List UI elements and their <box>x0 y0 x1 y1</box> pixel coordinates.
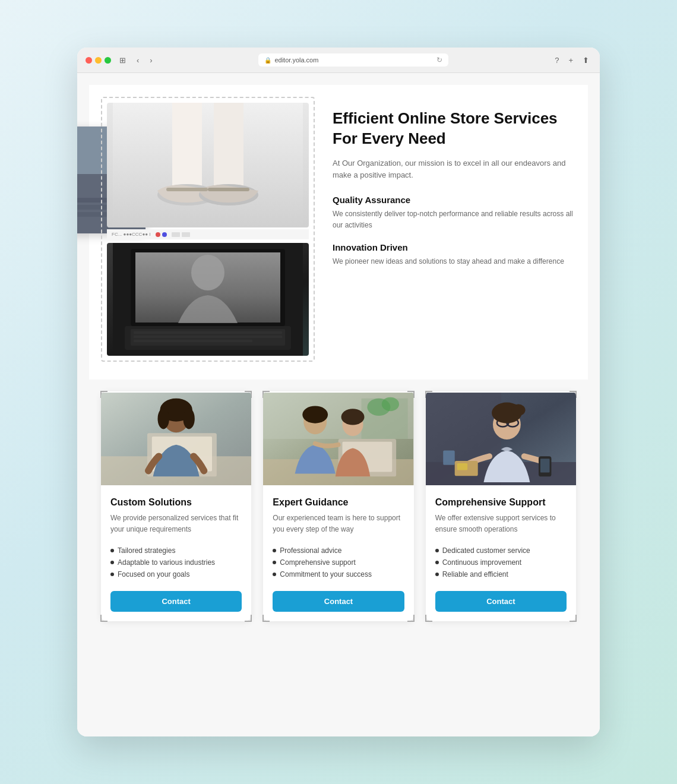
maximize-button[interactable] <box>105 57 111 64</box>
bracket-br-3 <box>570 615 577 622</box>
svg-rect-18 <box>134 340 252 342</box>
address-bar[interactable]: 🔒 editor.yola.com ↻ <box>258 53 448 67</box>
card-comprehensive: Comprehensive Support We offer extensive… <box>426 391 576 621</box>
list-item: Tailored strategies <box>110 545 242 557</box>
svg-point-43 <box>341 409 365 425</box>
card-custom-list: Tailored strategies Adaptable to various… <box>110 545 242 580</box>
list-item: Focused on your goals <box>110 568 242 580</box>
hero-subtitle: At Our Organization, our mission is to e… <box>333 157 576 182</box>
bracket-bl-3 <box>425 615 432 622</box>
card-comprehensive-image <box>426 391 576 486</box>
svg-rect-55 <box>540 459 550 472</box>
hero-images: FC... ●●●CCC●● I <box>101 97 315 362</box>
bullet <box>435 549 439 552</box>
dashed-image-border: FC... ●●●CCC●● I <box>101 97 315 362</box>
feature-quality-desc: We consistently deliver top-notch perfor… <box>333 208 576 231</box>
bracket-br-2 <box>407 615 415 622</box>
card-expert-list: Professional advice Comprehensive suppor… <box>273 545 404 580</box>
list-item: Adaptable to various industries <box>110 557 242 568</box>
svg-point-41 <box>303 406 328 423</box>
card-custom-title: Custom Solutions <box>110 497 242 508</box>
list-item: Dedicated customer service <box>435 545 567 557</box>
card-custom: Custom Solutions We provide personalized… <box>101 391 251 621</box>
help-button[interactable]: ? <box>552 55 561 66</box>
bracket-bl-1 <box>100 615 107 622</box>
laptop-svg <box>107 243 309 356</box>
list-item: Professional advice <box>273 545 404 557</box>
bullet <box>273 549 276 552</box>
card-expert-contact-button[interactable]: Contact <box>273 591 404 612</box>
shoe-image <box>107 103 309 227</box>
svg-rect-6 <box>113 103 303 227</box>
card-comprehensive-desc: We offer extensive support services to e… <box>435 513 567 535</box>
svg-rect-7 <box>172 103 202 186</box>
card-expert-desc: Our experienced team is here to support … <box>273 513 404 535</box>
page-content: FC... ●●●CCC●● I <box>77 73 600 736</box>
svg-rect-57 <box>457 463 467 470</box>
svg-point-31 <box>183 408 194 429</box>
feature-quality-title: Quality Assurance <box>333 195 576 205</box>
new-tab-button[interactable]: + <box>566 55 575 66</box>
bullet <box>110 549 114 552</box>
svg-point-36 <box>382 397 399 411</box>
close-button[interactable] <box>86 57 92 64</box>
feature-innovation-title: Innovation Driven <box>333 242 576 252</box>
svg-rect-47 <box>443 450 454 464</box>
svg-rect-11 <box>166 188 208 191</box>
svg-point-30 <box>157 408 169 429</box>
reload-icon[interactable]: ↻ <box>436 56 442 64</box>
bullet <box>435 573 439 576</box>
svg-rect-16 <box>134 331 282 334</box>
card2-svg <box>263 391 413 486</box>
list-item: Continuous improvement <box>435 557 567 568</box>
color-dot-blue <box>162 232 167 237</box>
browser-window: ⊞ ‹ › 🔒 editor.yola.com ↻ ? + ⬆ <box>77 48 600 736</box>
bullet <box>110 573 114 576</box>
card-custom-image <box>101 391 251 486</box>
list-item: Reliable and efficient <box>435 568 567 580</box>
card-comprehensive-list: Dedicated customer service Continuous im… <box>435 545 567 580</box>
card-comprehensive-contact-button[interactable]: Contact <box>435 591 567 612</box>
toolbar-text: FC... ●●●CCC●● I <box>112 232 151 237</box>
svg-point-53 <box>511 404 525 416</box>
card-comprehensive-title: Comprehensive Support <box>435 497 567 508</box>
bullet <box>435 561 439 564</box>
svg-point-22 <box>191 255 224 290</box>
mini-toolbar: FC... ●●●CCC●● I <box>107 229 309 239</box>
card-custom-body: Custom Solutions We provide personalized… <box>101 486 251 621</box>
minimize-button[interactable] <box>95 57 102 64</box>
bottom-spacer <box>89 639 588 663</box>
card1-svg <box>101 391 251 486</box>
card-expert: Expert Guidance Our experienced team is … <box>263 391 413 621</box>
url-text: editor.yola.com <box>274 56 318 64</box>
share-button[interactable]: ⬆ <box>580 55 591 66</box>
toolbar-widget <box>172 232 180 237</box>
toolbar-widget-2 <box>182 232 190 237</box>
forward-button[interactable]: › <box>147 55 154 66</box>
feature-innovation: Innovation Driven We pioneer new ideas a… <box>333 242 576 267</box>
bracket-bl-2 <box>262 615 270 622</box>
bullet <box>110 561 114 564</box>
laptop-image <box>107 243 309 356</box>
bullet <box>273 561 276 564</box>
card-custom-desc: We provide personalized services that fi… <box>110 513 242 535</box>
cards-grid: Custom Solutions We provide personalized… <box>101 391 576 621</box>
feature-quality: Quality Assurance We consistently delive… <box>333 195 576 231</box>
browser-actions: ? + ⬆ <box>552 55 591 66</box>
list-item: Comprehensive support <box>273 557 404 568</box>
shoe-svg <box>107 103 309 227</box>
card-expert-image <box>263 391 413 486</box>
bracket-br-1 <box>245 615 252 622</box>
lock-icon: 🔒 <box>264 57 271 64</box>
hero-section: FC... ●●●CCC●● I <box>89 85 588 380</box>
card3-svg <box>426 391 576 486</box>
svg-rect-17 <box>134 336 282 338</box>
feature-innovation-desc: We pioneer new ideas and solutions to st… <box>333 256 576 267</box>
sidebar-toggle[interactable]: ⊞ <box>117 55 128 66</box>
back-button[interactable]: ‹ <box>134 55 141 66</box>
cards-section: Custom Solutions We provide personalized… <box>89 380 588 639</box>
list-item: Commitment to your success <box>273 568 404 580</box>
card-custom-contact-button[interactable]: Contact <box>110 591 242 612</box>
card-expert-title: Expert Guidance <box>273 497 404 508</box>
card-expert-body: Expert Guidance Our experienced team is … <box>263 486 413 621</box>
